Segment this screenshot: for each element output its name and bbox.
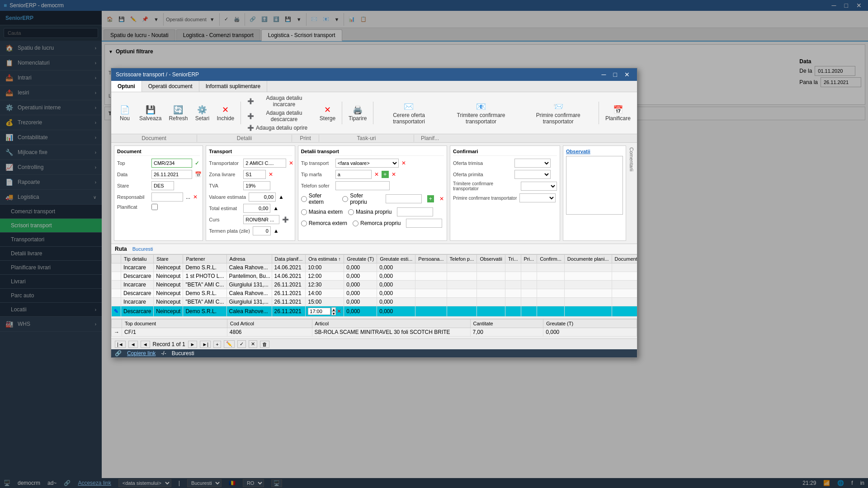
- tiparire-button[interactable]: 🖨️ Tiparire: [346, 103, 369, 123]
- responsabil-input[interactable]: [151, 192, 183, 202]
- top-input[interactable]: [151, 159, 192, 168]
- transportator-input[interactable]: [243, 159, 286, 168]
- dialog-tab-optiuni[interactable]: Optuni: [111, 81, 142, 92]
- remorca-value-input[interactable]: [406, 219, 442, 228]
- trimitere-confirmare-button[interactable]: 📧 Trimitere confirmare transportator: [443, 100, 520, 126]
- article-row[interactable]: → CF/1 4806 SB-ROLA SCAME MINITRAVEL 30 …: [112, 328, 637, 337]
- setari-button[interactable]: ⚙️ Setari: [192, 103, 212, 123]
- dialog-minimize-button[interactable]: ─: [599, 71, 609, 78]
- dialog-close-button[interactable]: ✕: [622, 71, 632, 78]
- nou-doc-button[interactable]: 📄 Nou: [115, 103, 135, 123]
- curs-add-button[interactable]: ➕: [282, 216, 289, 223]
- planificat-checkbox[interactable]: [151, 204, 158, 210]
- col-doc-plani[interactable]: Documente plani...: [564, 255, 612, 263]
- data-input[interactable]: [151, 170, 192, 179]
- sofer-propriu-radio[interactable]: [342, 196, 348, 202]
- planificare-button[interactable]: 📅 Planificare: [603, 103, 633, 123]
- record-edit-button[interactable]: ✏️: [224, 340, 235, 348]
- tip-marfa-delete[interactable]: ✕: [392, 171, 396, 178]
- col-telefon[interactable]: Telefon p...: [447, 255, 477, 263]
- table-row[interactable]: Descarcare Neinceput 1 st PHOTO L... Pan…: [112, 272, 637, 281]
- table-row[interactable]: Incarcare Neinceput "BETA" AMI C... Giur…: [112, 298, 637, 306]
- record-next-button[interactable]: ►: [188, 341, 198, 348]
- time-down-button[interactable]: ▼: [331, 311, 336, 315]
- copy-link-button[interactable]: Copiere link: [127, 350, 156, 357]
- zona-clear-button[interactable]: ✕: [269, 171, 273, 178]
- col-partener[interactable]: Partener: [183, 255, 226, 263]
- col-adresa[interactable]: Adresa: [226, 255, 272, 263]
- col-top-doc[interactable]: Top document: [122, 319, 227, 328]
- record-cancel-button[interactable]: ✕: [249, 340, 257, 348]
- col-observatii[interactable]: Observatii: [477, 255, 505, 263]
- table-row[interactable]: ✎ Descarcare Neinceput Demo S.R.L. Calea…: [112, 306, 637, 317]
- masina-value-input[interactable]: [397, 207, 433, 216]
- record-prev-button[interactable]: ◄: [128, 341, 138, 348]
- sterge-button[interactable]: ✕ Sterge: [317, 103, 338, 123]
- tva-input[interactable]: [243, 181, 270, 190]
- dialog-maximize-button[interactable]: □: [611, 71, 620, 78]
- col-doc-ante[interactable]: Documente ante...: [612, 255, 637, 263]
- record-prev2-button[interactable]: ◄: [141, 341, 150, 348]
- tip-marfa-add-button[interactable]: +: [382, 171, 389, 178]
- sofer-value-input[interactable]: [386, 194, 422, 203]
- table-row[interactable]: Incarcare Neinceput Demo S.R.L. Calea Ra…: [112, 263, 637, 272]
- remorca-propriu-radio[interactable]: [353, 221, 359, 226]
- valoare-calc-button[interactable]: ▲: [278, 194, 284, 200]
- col-stare[interactable]: Stare: [154, 255, 183, 263]
- transportator-clear-button[interactable]: ✕: [289, 160, 293, 166]
- col-persoana[interactable]: Persoana...: [415, 255, 447, 263]
- total-input[interactable]: [243, 204, 270, 213]
- tip-marfa-input[interactable]: [335, 170, 372, 179]
- col-confirm[interactable]: Confirm...: [537, 255, 565, 263]
- comentarii-label[interactable]: Comentarii: [629, 145, 634, 241]
- masina-extern-radio[interactable]: [301, 209, 307, 215]
- col-tip-detaliu[interactable]: Tip detaliu: [121, 255, 154, 263]
- tip-marfa-clear[interactable]: ✕: [374, 171, 379, 178]
- adauga-incarcare-button[interactable]: ➕ Adauga detaliu incarcare: [245, 94, 315, 108]
- zona-input[interactable]: [243, 170, 266, 179]
- sofer-add-button[interactable]: +: [427, 195, 434, 202]
- curs-input[interactable]: [243, 215, 279, 224]
- record-save-button[interactable]: ✓: [237, 340, 246, 348]
- adauga-descarcare-button[interactable]: ➕ Adauga detaliu descarcare: [245, 109, 315, 123]
- stare-input[interactable]: [151, 181, 174, 190]
- responsabil-clear-button[interactable]: ✕: [193, 194, 198, 200]
- valoare-input[interactable]: [249, 192, 276, 202]
- tip-transport-clear[interactable]: ✕: [401, 160, 406, 166]
- col-ora-estimata[interactable]: Ora estimata ↑: [306, 255, 344, 263]
- row-ora[interactable]: ▲ ▼ ✕: [306, 306, 344, 317]
- salveaza-button[interactable]: 💾 Salveaza: [137, 103, 164, 123]
- total-calc-button[interactable]: ▲: [273, 205, 278, 211]
- col-cantitate[interactable]: Cantitate: [470, 319, 543, 328]
- col-pri[interactable]: Pri...: [521, 255, 537, 263]
- trimitere-conf-select[interactable]: [521, 182, 557, 191]
- table-row[interactable]: Incarcare Neinceput "BETA" AMI C... Giur…: [112, 281, 637, 289]
- sofer-extern-radio[interactable]: [301, 196, 307, 202]
- ora-clear-button[interactable]: ✕: [337, 308, 341, 314]
- cerere-oferta-button[interactable]: ✉️ Cerere oferta transportatori: [377, 100, 441, 126]
- masina-propriu-radio[interactable]: [348, 209, 354, 215]
- primire-conf-select[interactable]: [519, 193, 556, 202]
- record-delete-button[interactable]: 🗑: [260, 341, 269, 348]
- adauga-oprire-button[interactable]: ➕ Adauga detaliu oprire: [245, 124, 315, 132]
- sofer-clear[interactable]: ✕: [439, 196, 444, 202]
- oferta-trimisa-select[interactable]: [514, 159, 551, 168]
- remorca-extern-radio[interactable]: [301, 221, 307, 226]
- record-first-button[interactable]: |◄: [115, 341, 126, 348]
- data-calendar-button[interactable]: 📅: [195, 171, 202, 178]
- col-greutate[interactable]: Greutate (T): [344, 255, 377, 263]
- termen-spin-button[interactable]: ▲: [274, 228, 279, 234]
- observatii-header[interactable]: Observatii: [566, 149, 623, 154]
- telefon-sofer-input[interactable]: [335, 181, 390, 190]
- record-last-button[interactable]: ►|: [200, 341, 211, 348]
- primire-confirmare-button[interactable]: 📨 Primire confirmare transportator: [521, 100, 595, 126]
- refresh-button[interactable]: 🔄 Refresh: [166, 103, 190, 123]
- inchide-button[interactable]: ✕ Inchide: [214, 103, 237, 123]
- observatii-textarea[interactable]: [566, 156, 623, 215]
- dialog-tab-info[interactable]: Informatii suplimentare: [199, 81, 267, 92]
- record-add-button[interactable]: +: [213, 341, 221, 348]
- termen-input[interactable]: [253, 226, 271, 235]
- col-articol[interactable]: Articol: [312, 319, 470, 328]
- dialog-tab-operatii[interactable]: Operatii document: [142, 81, 199, 92]
- time-up-button[interactable]: ▲: [331, 307, 336, 311]
